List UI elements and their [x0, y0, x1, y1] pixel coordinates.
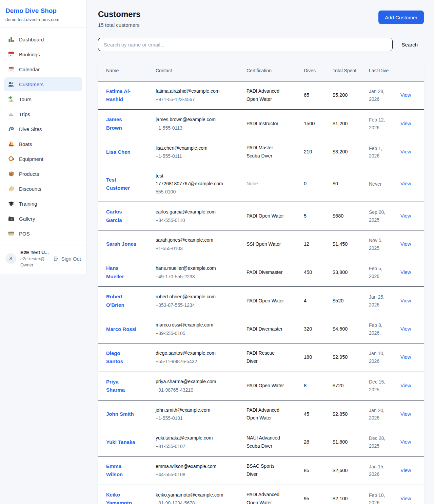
customer-name-link[interactable]: Hans Mueller [106, 265, 124, 279]
customer-last-dive: Feb 8, 2026 [369, 315, 400, 343]
sidebar-item-dive-sites[interactable]: Dive Sites [4, 122, 82, 136]
search-input[interactable] [98, 38, 393, 51]
sign-out-button[interactable]: Sign Out [53, 256, 81, 262]
customer-name-link[interactable]: Yuki Tanaka [106, 439, 135, 445]
view-customer-link[interactable]: View [400, 468, 411, 473]
column-header-dives: Dives [304, 60, 333, 81]
customer-last-dive: Dec 28, 2025 [369, 428, 400, 456]
customer-name-link[interactable]: Sarah Jones [106, 241, 136, 247]
page-header-text: Customers 15 total customers [98, 10, 140, 28]
page-header: Customers 15 total customers Add Custome… [98, 10, 424, 28]
calendar-icon [8, 66, 15, 73]
view-customer-link[interactable]: View [400, 92, 411, 98]
main-content: Customers 15 total customers Add Custome… [87, 0, 434, 504]
sidebar-item-equipment[interactable]: Equipment [4, 152, 82, 166]
sidebar-item-label: Calendar [19, 67, 40, 72]
shop-name: Demo Dive Shop [5, 7, 81, 15]
customer-total-spent: $0 [333, 166, 369, 202]
sidebar-item-customers[interactable]: Customers [4, 77, 82, 91]
customer-certification: PADI Open Water [246, 287, 304, 315]
customer-total-spent: $680 [333, 202, 369, 230]
sidebar-item-label: Dashboard [19, 37, 44, 42]
view-customer-link[interactable]: View [400, 121, 411, 126]
view-customer-link[interactable]: View [400, 411, 411, 417]
customer-total-spent: $520 [333, 287, 369, 315]
sidebar-item-label: Training [19, 201, 37, 207]
customer-dives: 65 [304, 81, 333, 110]
customer-dives: 180 [304, 343, 333, 372]
customer-name-link[interactable]: Test Customer [106, 177, 130, 191]
sidebar-item-bookings[interactable]: 17Bookings [4, 48, 82, 61]
view-customer-link[interactable]: View [400, 326, 411, 332]
sidebar-item-products[interactable]: Products [4, 167, 82, 181]
customer-name-link[interactable]: James Brown [106, 116, 122, 130]
table-row: Priya Sharmapriya.sharma@example.com+91-… [98, 372, 424, 400]
view-customer-link[interactable]: View [400, 354, 411, 360]
customer-name-link[interactable]: Carlos Garcia [106, 209, 122, 223]
customer-name-link[interactable]: Marco Rossi [106, 326, 136, 332]
customer-email: keiko.yamamoto@example.com [156, 491, 224, 499]
person-icon [8, 256, 14, 262]
sidebar-item-label: Tours [19, 96, 32, 102]
customer-email: fatima.alrashid@example.com [156, 87, 224, 95]
sidebar-item-label: Gallery [19, 216, 35, 222]
customer-email: yuki.tanaka@example.com [156, 434, 224, 442]
customer-email: james.brown@example.com [156, 116, 224, 124]
customer-email: sarah.jones@example.com [156, 236, 224, 244]
customer-email: lisa.chen@example.com [156, 144, 224, 152]
customer-name-link[interactable]: Lisa Chen [106, 149, 131, 155]
customer-certification: PADI Divemaster [246, 315, 304, 343]
view-customer-link[interactable]: View [400, 149, 411, 154]
sidebar-item-tours[interactable]: Tours [4, 92, 82, 106]
customer-total-spent: $1,200 [333, 110, 369, 138]
customer-last-dive: Jan 15, 2026 [369, 456, 400, 485]
view-customer-link[interactable]: View [400, 496, 411, 501]
sidebar-item-gallery[interactable]: Gallery [4, 212, 82, 225]
column-header-last-dive: Last Dive [369, 60, 400, 81]
customer-phone: +1-555-0101 [156, 414, 224, 422]
customer-name-link[interactable]: Priya Sharma [106, 379, 125, 393]
customer-total-spent: $5,200 [333, 81, 369, 110]
sidebar-item-label: Discounts [19, 186, 41, 192]
user-name: E2E Test U... [20, 250, 49, 255]
sign-out-label: Sign Out [61, 256, 81, 262]
user-info: E2E Test U... e2e-tester@... Owner [20, 250, 49, 267]
customer-name-link[interactable]: Robert O'Brien [106, 294, 124, 307]
sidebar-item-training[interactable]: Training [4, 197, 82, 210]
sidebar-item-calendar[interactable]: Calendar [4, 62, 82, 76]
sidebar-item-boats[interactable]: Boats [4, 137, 82, 151]
customer-dives: 85 [304, 456, 333, 485]
customer-phone: +81-555-0107 [156, 443, 224, 450]
bar-chart-icon [8, 36, 15, 43]
customer-email: robert.obrien@example.com [156, 293, 224, 301]
customer-name-link[interactable]: Fatima Al-Rashid [106, 88, 131, 102]
avatar [5, 253, 16, 264]
view-customer-link[interactable]: View [400, 213, 411, 219]
customer-phone: +44-555-0108 [156, 471, 224, 479]
sidebar-item-trips[interactable]: Trips [4, 107, 82, 121]
customer-name-link[interactable]: John Smith [106, 411, 134, 417]
customer-dives: 0 [304, 166, 333, 202]
sidebar-header: Demo Dive Shop demo.test.divestreams.com [0, 0, 86, 28]
customer-phone: +55-11-99876-5432 [156, 358, 224, 366]
view-customer-link[interactable]: View [400, 383, 411, 388]
customer-name-link[interactable]: Keiko Yamamoto [106, 492, 132, 504]
sidebar-item-pos[interactable]: POS [4, 227, 82, 240]
customer-name-link[interactable]: Emma Wilson [106, 463, 123, 477]
column-header-name: Name [98, 60, 156, 81]
customer-total-spent: $3,800 [333, 258, 369, 287]
customer-name-link[interactable]: Diego Santos [106, 350, 123, 364]
view-customer-link[interactable]: View [400, 439, 411, 445]
customer-dives: 5 [304, 202, 333, 230]
search-button[interactable]: Search [401, 38, 418, 51]
user-section: E2E Test U... e2e-tester@... Owner Sign … [0, 245, 86, 274]
sidebar-item-discounts[interactable]: Discounts [4, 182, 82, 195]
view-customer-link[interactable]: View [400, 241, 411, 247]
svg-text:17: 17 [10, 54, 13, 57]
sidebar-item-dashboard[interactable]: Dashboard [4, 33, 82, 46]
view-customer-link[interactable]: View [400, 298, 411, 303]
view-customer-link[interactable]: View [400, 269, 411, 275]
view-customer-link[interactable]: View [400, 181, 411, 186]
add-customer-button[interactable]: Add Customer [378, 11, 424, 24]
sidebar-item-label: Products [19, 171, 39, 177]
